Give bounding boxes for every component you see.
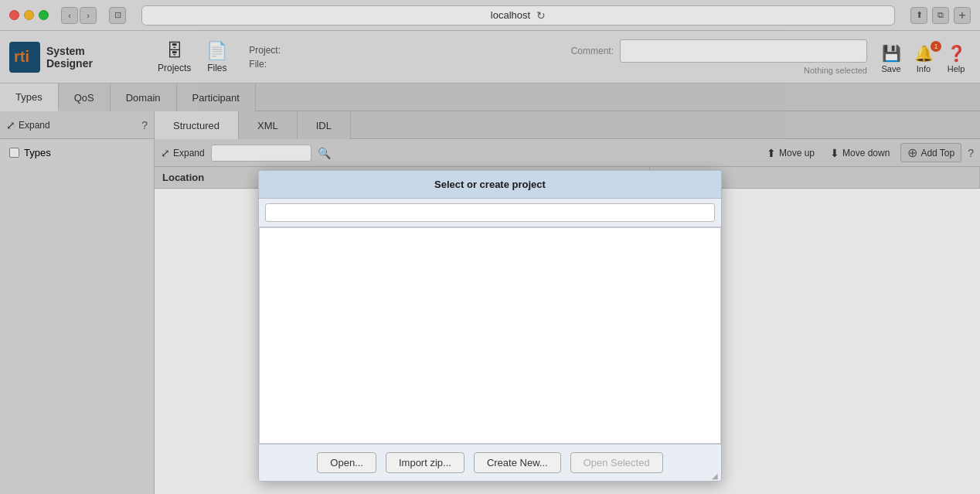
import-zip-button[interactable]: Import zip...: [386, 452, 464, 473]
modal-footer: Open... Import zip... Create New... Open…: [259, 444, 721, 481]
modal-search-input[interactable]: [265, 203, 715, 222]
modal-overlay: Select or create project Open... Import …: [0, 0, 980, 494]
modal-search-area: [259, 199, 721, 227]
create-new-button[interactable]: Create New...: [474, 452, 561, 473]
open-button[interactable]: Open...: [317, 452, 376, 473]
modal-title: Select or create project: [259, 171, 721, 199]
project-modal: Select or create project Open... Import …: [258, 170, 722, 482]
modal-list[interactable]: [259, 227, 721, 444]
resize-handle[interactable]: ◢: [712, 472, 721, 481]
open-selected-button[interactable]: Open Selected: [570, 452, 663, 473]
